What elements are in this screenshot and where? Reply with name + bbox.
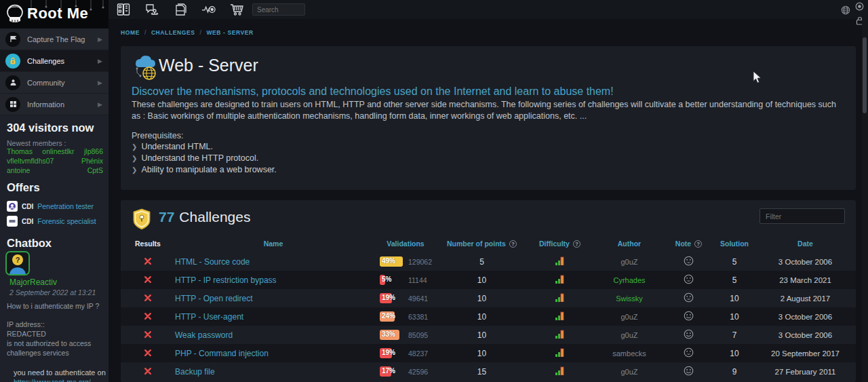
member-link[interactable]: Phénix: [81, 157, 103, 165]
member-link[interactable]: onlinestlkr: [42, 147, 74, 155]
offer-penetration-tester[interactable]: CDI Penetration tester: [7, 201, 94, 212]
flag-icon: [5, 32, 20, 47]
sidebar-item-community[interactable]: Community ▶: [0, 72, 108, 94]
note-cell: [663, 292, 714, 305]
category-intro-panel: Web - Server Discover the mechanisms, pr…: [121, 46, 856, 190]
challenge-link[interactable]: PHP - Command injection: [175, 349, 269, 358]
person-icon: [5, 75, 20, 90]
author-link[interactable]: Swissky: [616, 294, 643, 303]
filter-input[interactable]: [760, 208, 845, 224]
challenge-date: 2 August 2017: [755, 294, 856, 303]
documents-icon[interactable]: [173, 3, 187, 17]
help-icon[interactable]: ?: [573, 240, 580, 248]
page-title: Web - Server: [159, 56, 258, 75]
scrollbar-thumb[interactable]: [863, 37, 867, 113]
challenge-link[interactable]: HTML - Source code: [175, 257, 250, 267]
globe-icon[interactable]: [841, 5, 850, 18]
column-number-of-points[interactable]: Number of points?: [439, 240, 524, 248]
member-link[interactable]: jlp866: [84, 147, 103, 155]
breadcrumb-item[interactable]: HOME: [121, 29, 140, 36]
chat-network-icon[interactable]: [144, 3, 159, 17]
difficulty-bars-icon: [555, 275, 565, 284]
logo[interactable]: Root Me: [0, 0, 108, 28]
svg-text:?: ?: [16, 256, 20, 264]
result-cell: [121, 349, 175, 358]
target-icon[interactable]: [855, 1, 864, 14]
column-date[interactable]: Date: [755, 240, 856, 248]
top-navbar: [108, 0, 868, 19]
column-note[interactable]: Note?: [663, 240, 714, 248]
member-link[interactable]: CptS: [87, 166, 103, 174]
avatar[interactable]: ?: [5, 251, 30, 275]
sidebar-item-capture-the-flag[interactable]: Capture The Flag ▶: [0, 28, 108, 50]
table-row: Backup file 17% 42596 15 g0uZ: [121, 362, 856, 381]
author-link[interactable]: g0uZ: [620, 368, 637, 376]
validation-percent-badge: 24%: [380, 311, 403, 322]
member-link[interactable]: Thomas: [7, 147, 33, 155]
points-value: 10: [439, 294, 524, 303]
sidebar-item-information[interactable]: Information ▶: [0, 94, 108, 115]
breadcrumb-item[interactable]: WEB - SERVER: [206, 29, 253, 36]
breadcrumb-item[interactable]: CHALLENGES: [151, 29, 195, 36]
validations-cell: 19% 48237: [372, 348, 439, 358]
chat-message-line: is not authorized to access: [7, 339, 91, 348]
challenge-link[interactable]: Backup file: [175, 367, 215, 377]
prerequisites-list: ❯Understand HTML.❯Understand the HTTP pr…: [132, 142, 277, 176]
table-body: HTML - Source code 49% 129062 5 g0uZ: [121, 252, 856, 381]
validations-cell: 33% 85095: [372, 330, 439, 340]
offer-forensic-specialist[interactable]: CDI Forensic specialist: [7, 216, 96, 227]
author-link[interactable]: sambecks: [612, 349, 646, 358]
points-value: 10: [439, 312, 524, 322]
cloud-globe-icon: [130, 53, 161, 84]
validations-cell: 49% 129062: [372, 256, 439, 267]
shop-cart-icon[interactable]: [230, 3, 244, 17]
challenge-link[interactable]: HTTP - Open redirect: [175, 294, 252, 303]
table-header: Results Name Validations Number of point…: [121, 237, 856, 250]
result-cell: [121, 257, 175, 267]
column-validations[interactable]: Validations: [372, 240, 439, 248]
chat-message-line: challenges services: [7, 348, 91, 358]
challenge-date: 23 March 2021: [755, 276, 856, 284]
column-author[interactable]: Author: [595, 240, 663, 248]
challenge-link[interactable]: HTTP - IP restriction bypass: [175, 275, 277, 285]
help-icon[interactable]: ?: [694, 240, 702, 248]
column-difficulty[interactable]: Difficulty?: [524, 240, 595, 248]
difficulty-cell: [524, 311, 595, 322]
challenge-date: 3 October 2006: [755, 258, 856, 266]
difficulty-cell: [524, 366, 595, 377]
qr-book-icon[interactable]: [116, 3, 130, 17]
company-logo-2-icon: [7, 216, 18, 227]
result-cell: [121, 367, 175, 377]
grin-emoji-icon: [684, 256, 694, 266]
validation-count: 48237: [408, 349, 428, 358]
activity-target-icon[interactable]: [201, 3, 216, 17]
challenge-link[interactable]: HTTP - User-agent: [175, 312, 243, 322]
padlock-icon: [5, 54, 20, 69]
challenge-link[interactable]: Weak password: [175, 330, 233, 340]
author-link[interactable]: g0uZ: [620, 313, 637, 321]
author-link[interactable]: Cyrhades: [613, 276, 645, 284]
author-link[interactable]: g0uZ: [620, 258, 637, 266]
solution-count: 10: [714, 349, 755, 358]
member-link[interactable]: antoine: [7, 166, 30, 174]
solution-count: 7: [714, 330, 755, 340]
not-validated-icon: [144, 294, 151, 301]
help-icon[interactable]: ?: [509, 240, 517, 248]
sidebar-item-challenges[interactable]: Challenges ▶: [0, 50, 108, 72]
table-row: HTML - Source code 49% 129062 5 g0uZ: [121, 252, 856, 271]
chat-username-link[interactable]: MajorReactiv: [9, 278, 57, 287]
column-solution[interactable]: Solution: [714, 240, 755, 248]
author-link[interactable]: g0uZ: [620, 331, 637, 339]
breadcrumb-separator: /: [144, 29, 146, 36]
search-input[interactable]: [252, 3, 305, 16]
validation-count: 85095: [408, 331, 428, 339]
difficulty-bars-icon: [555, 256, 565, 265]
column-name[interactable]: Name: [175, 240, 372, 248]
sidebar: Root Me Capture The Flag ▶: [0, 0, 108, 382]
table-row: PHP - Command injection 19% 48237 10 sam…: [121, 344, 856, 362]
table-row: HTTP - User-agent 24% 63381 10 g0uZ: [121, 307, 856, 326]
member-link[interactable]: vfleltvmfldhs07: [7, 157, 54, 165]
column-results[interactable]: Results: [121, 240, 175, 248]
challenge-date: 3 October 2006: [755, 313, 856, 321]
chat-auth-link[interactable]: https://www.root-me.org/: [14, 378, 91, 382]
